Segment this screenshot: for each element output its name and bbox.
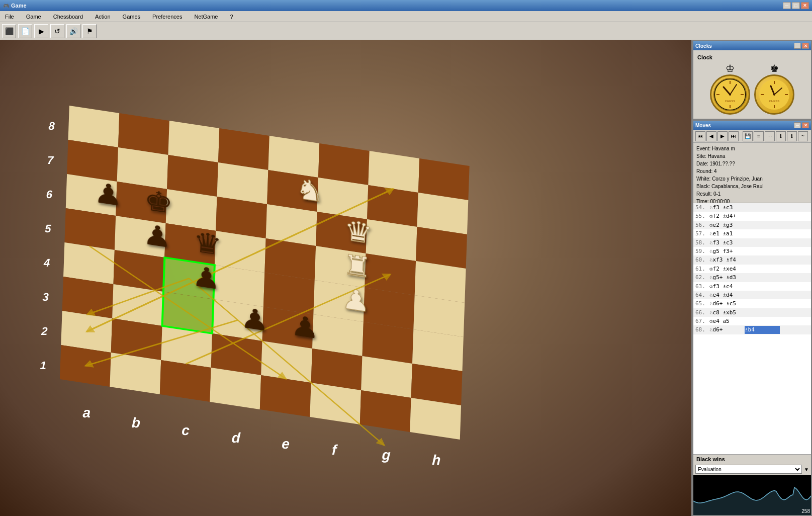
toolbar: ⬛ 📄 ▶ ↺ 🔊 ⚑ <box>0 22 812 40</box>
time-label: Time: <box>696 199 709 203</box>
clocks-row: ♔ <box>697 62 807 115</box>
more-button[interactable]: ⋯ <box>765 131 775 141</box>
move-next-button[interactable]: ▶ <box>717 131 728 141</box>
clock-content: Clock ♔ <box>693 50 811 119</box>
svg-text:2: 2 <box>41 325 48 337</box>
svg-text:♟: ♟ <box>94 177 124 212</box>
main-window: 🎮 Game ─ □ ✕ File Game Chessboard Action… <box>0 0 812 516</box>
move-last-button[interactable]: ⏭ <box>729 131 739 141</box>
clock-window: Clocks ─ ✕ Clock ♔ <box>692 40 812 120</box>
svg-text:CHESS: CHESS <box>769 100 780 103</box>
moves-list[interactable]: 54. ♘f3 ♗c3 55. ♔f2 ♗d4+ 56. ♔e2 ♗g3 57.… <box>693 203 811 454</box>
main-title-bar: 🎮 Game ─ □ ✕ <box>0 0 812 11</box>
svg-point-123 <box>773 94 775 96</box>
menu-action[interactable]: Action <box>92 13 114 21</box>
result-text: Black wins <box>696 456 725 462</box>
table-row: 68. ♘d6+ ♗b4 <box>693 325 811 334</box>
minimize-button[interactable]: ─ <box>783 2 791 9</box>
info2-button[interactable]: ℹ <box>787 131 797 141</box>
svg-text:♞: ♞ <box>295 173 325 208</box>
white-clock-container: ♔ <box>710 62 750 115</box>
svg-text:CHESS: CHESS <box>725 100 736 103</box>
table-row: 60. ♘xf3 ♗f4 <box>693 255 811 264</box>
table-row: 61. ♔f2 ♗xe4 <box>693 265 811 273</box>
moves-minimize-button[interactable]: ─ <box>794 122 801 128</box>
menu-game[interactable]: Game <box>23 13 44 21</box>
white-value: Corzo y Prinzipe, Juan <box>712 176 763 182</box>
menu-netgame[interactable]: NetGame <box>191 13 221 21</box>
menu-preferences[interactable]: Preferences <box>149 13 185 21</box>
toolbar-refresh-button[interactable]: ↺ <box>50 24 64 38</box>
moves-title-bar: Moves ─ ✕ <box>693 121 811 130</box>
svg-text:a: a <box>82 405 91 420</box>
info-button[interactable]: ℹ <box>776 131 786 141</box>
black-label: Black: <box>696 184 710 189</box>
svg-text:c: c <box>182 422 190 438</box>
result-value: 0-1 <box>713 191 720 197</box>
black-value: Capablanca, Jose Raul <box>711 184 763 189</box>
svg-text:8: 8 <box>48 120 55 132</box>
table-row: 56. ♔e2 ♗g3 <box>693 221 811 229</box>
main-window-title: Game <box>11 3 27 9</box>
toolbar-new-button[interactable]: ⬛ <box>2 24 16 38</box>
open-icon: 📄 <box>21 27 30 35</box>
toolbar-play-button[interactable]: ▶ <box>34 24 48 38</box>
close-button[interactable]: ✕ <box>801 2 809 9</box>
menu-chessboard[interactable]: Chessboard <box>50 13 86 21</box>
maximize-button[interactable]: □ <box>792 2 800 9</box>
play-icon: ▶ <box>39 27 44 35</box>
chess-board-svg[interactable]: ♟ ♚ ♟ ♛ ♟ ♟ ♟ ♞ ♜ ♟ ♛ 8 <box>20 65 523 498</box>
svg-text:f: f <box>331 442 338 458</box>
event-value: Havana m <box>712 146 735 151</box>
date-label: Date: <box>696 161 708 166</box>
svg-text:♚: ♚ <box>143 184 174 220</box>
svg-point-114 <box>729 94 731 96</box>
black-clock-face: CHESS <box>754 74 794 115</box>
clock-title-bar: Clocks ─ ✕ <box>693 41 811 50</box>
board-area[interactable]: ♟ ♚ ♟ ♛ ♟ ♟ ♟ ♞ ♜ ♟ ♛ 8 <box>0 40 691 516</box>
time-value: 00:00:00 <box>710 199 730 203</box>
game-info: Event: Havana m Site: Havana Date: 1901.… <box>693 143 811 203</box>
move-prev-button[interactable]: ◀ <box>706 131 716 141</box>
clock-close-button[interactable]: ✕ <box>802 43 809 49</box>
menu-games[interactable]: Games <box>120 13 143 21</box>
svg-text:♟: ♟ <box>240 302 270 337</box>
toolbar-sound-button[interactable]: 🔊 <box>66 24 80 38</box>
svg-text:♟: ♟ <box>191 260 222 296</box>
event-label: Event: <box>696 146 710 151</box>
svg-text:♟: ♟ <box>142 218 173 254</box>
svg-text:d: d <box>231 430 241 446</box>
site-value: Havana <box>708 153 725 159</box>
menu-file[interactable]: File <box>2 13 17 21</box>
table-row: 58. ♘f3 ♗c3 <box>693 238 811 247</box>
svg-text:1: 1 <box>40 359 46 372</box>
date-value: 1901.??.?? <box>710 161 735 166</box>
black-king-piece: ♚ <box>770 62 779 74</box>
table-row: 67. ♔e4 a5 <box>693 317 811 325</box>
table-row: 64. ♘e4 ♗d4 <box>693 291 811 299</box>
moves-window: Moves ─ ✕ ⏮ ◀ ▶ ⏭ 💾 ≡ ⋯ ℹ <box>692 120 812 516</box>
black-clock-container: ♚ <box>754 62 794 115</box>
notation-button[interactable]: ≡ <box>754 131 764 141</box>
site-label: Site: <box>696 153 706 159</box>
move-first-button[interactable]: ⏮ <box>695 131 705 141</box>
menu-help[interactable]: ? <box>227 13 236 21</box>
eval-dropdown-icon[interactable]: ▼ <box>804 467 809 472</box>
eval-select[interactable]: Evaluation <box>695 465 802 474</box>
flag-icon: ⚑ <box>86 27 93 35</box>
round-value: 4 <box>714 168 717 174</box>
toolbar-open-button[interactable]: 📄 <box>18 24 32 38</box>
eval-canvas <box>693 475 811 515</box>
table-row: 63. ♔f3 ♗c4 <box>693 282 811 291</box>
clock-minimize-button[interactable]: ─ <box>794 43 801 49</box>
table-row: 65. ♘d6+ ♗c5 <box>693 299 811 308</box>
white-clock-face: CHESS <box>710 74 750 115</box>
save-button[interactable]: 💾 <box>743 131 753 141</box>
table-row: 55. ♔f2 ♗d4+ <box>693 212 811 220</box>
wave-button[interactable]: ~ <box>798 131 808 141</box>
sound-icon: 🔊 <box>69 27 78 35</box>
table-row: 57. ♘e1 ♗a1 <box>693 229 811 238</box>
table-row: 66. ♘c8 ♗xb5 <box>693 308 811 317</box>
moves-close-button[interactable]: ✕ <box>802 122 809 128</box>
toolbar-flag-button[interactable]: ⚑ <box>82 24 97 38</box>
